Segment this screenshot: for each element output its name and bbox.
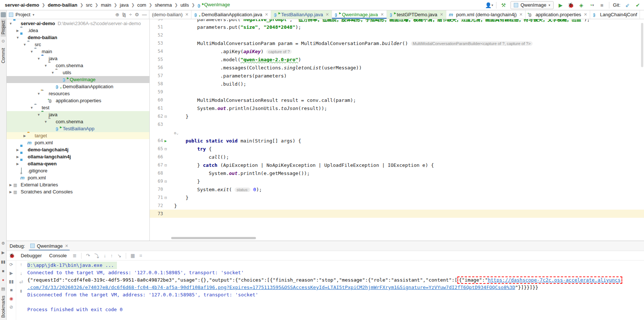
pause-icon[interactable]: ▮▮	[1, 259, 5, 264]
close-icon[interactable]: ✕	[440, 12, 443, 17]
tree-chevron-icon[interactable]: ▶	[8, 190, 13, 194]
tree-item[interactable]: ▼resources	[7, 90, 149, 97]
tree-chevron-icon[interactable]: ▶	[22, 134, 27, 138]
code-line[interactable]: 56 .messages(Collections.singletonList(u…	[150, 63, 644, 72]
layout-icon[interactable]: ≣	[73, 253, 77, 258]
tree-item[interactable]: ▼utils	[7, 69, 149, 76]
tree-item[interactable]: ▼server-ai-demoD:\bwie\2306A-s2\code\ser…	[7, 20, 149, 27]
view-breakpoints-icon[interactable]: ◉	[9, 296, 13, 301]
breadcrumb-item[interactable]: utils	[179, 2, 190, 8]
build-hammer-icon[interactable]: ⚒	[500, 2, 507, 8]
tree-item[interactable]: ▼test	[7, 104, 149, 111]
editor-tab[interactable]: CDemoBailianApplication.java✕	[191, 10, 271, 19]
tree-item[interactable]: ▼demo-bailian	[7, 34, 149, 41]
close-icon[interactable]: ✕	[265, 12, 268, 17]
tree-chevron-icon[interactable]: ▼	[29, 50, 34, 54]
fold-icon[interactable]: ⊟	[165, 163, 167, 168]
fold-icon[interactable]: ⊟	[165, 195, 167, 200]
code-line[interactable]: 65⊟ try {	[150, 145, 644, 153]
tree-item[interactable]: mpom.xml	[7, 139, 149, 146]
breadcrumb-item[interactable]: com	[136, 2, 148, 8]
tree-item[interactable]: ▶demo-langchain4j	[7, 146, 149, 153]
locate-file-icon[interactable]: ⊕	[115, 12, 119, 17]
down-stack-trace-icon[interactable]: ↓	[20, 271, 22, 276]
tree-chevron-icon[interactable]: ▼	[15, 36, 20, 39]
close-icon[interactable]: ✕	[326, 12, 329, 17]
code-line[interactable]: 52	[150, 31, 644, 39]
debug-button[interactable]: 🐞	[568, 2, 574, 8]
breadcrumb-item[interactable]: java	[119, 2, 130, 8]
close-icon[interactable]: ✕	[584, 12, 587, 17]
resume-icon[interactable]: ▶	[10, 271, 13, 276]
tree-item[interactable]: ⚙application.properties	[7, 97, 149, 104]
close-icon[interactable]: ✕	[65, 244, 68, 248]
breadcrumb-item[interactable]: demo-bailian	[46, 2, 78, 8]
code-line[interactable]: 64▶ public static void main(String[] arg…	[150, 137, 644, 145]
inlay-row[interactable]: ⚙⌄	[150, 128, 644, 137]
rail-tab-bookmarks[interactable]: Bookmarks	[1, 293, 6, 320]
code-line[interactable]: 55 .model("qwen-image-2.0-pro")	[150, 55, 644, 63]
tree-chevron-icon[interactable]: ▼	[8, 22, 13, 25]
code-line[interactable]: 66 call();	[150, 153, 644, 161]
rail-tab-project[interactable]: Project	[1, 18, 6, 37]
close-icon[interactable]: ✕	[519, 12, 523, 17]
code-line[interactable]: 63	[150, 120, 644, 128]
expand-collapse-icon[interactable]: ÷	[129, 12, 132, 17]
tree-chevron-icon[interactable]: ▼	[43, 120, 48, 124]
step-over-icon[interactable]: ⤵	[94, 252, 99, 259]
tree-item[interactable]: ▼com.shenma	[7, 118, 149, 125]
stop-square-icon[interactable]: ■	[2, 269, 4, 273]
collapse-all-icon[interactable]: ⧎	[122, 12, 126, 17]
tree-chevron-icon[interactable]: ▼	[36, 113, 41, 117]
rerun-icon[interactable]: ⟳	[9, 262, 13, 267]
editor-tab[interactable]: CTestBailianApp.java✕	[271, 10, 332, 19]
project-panel-title[interactable]: Project	[15, 12, 30, 17]
step-icons[interactable]: ▶	[1, 250, 4, 255]
tree-chevron-icon[interactable]: ▶	[15, 148, 20, 152]
run-to-cursor-icon[interactable]: ↘	[117, 253, 121, 258]
image-url-link[interactable]: .com/7d/33/20260326/e74037e8/dc6f6d68-fc…	[27, 285, 515, 290]
chevron-down-icon[interactable]: ▾	[32, 13, 34, 17]
code-line[interactable]: 51 parameters.put("size", "2048*2048");	[150, 23, 644, 31]
tree-chevron-icon[interactable]: ▶	[15, 155, 20, 159]
editor-tab[interactable]: CQwenImage.java✕	[332, 10, 387, 19]
debug-session-tab[interactable]: QwenImage ✕	[29, 241, 70, 251]
step-out-icon[interactable]: ↑	[110, 253, 113, 258]
stop-button[interactable]: ■	[599, 2, 605, 8]
code-line[interactable]: 60 MultiModalConversationResult result =…	[150, 96, 644, 104]
fold-icon[interactable]: ⊟	[165, 147, 167, 151]
tree-item[interactable]: ▼main	[7, 48, 149, 55]
editor-tab[interactable]: ⚙application.properties✕	[526, 10, 590, 19]
code-editor[interactable]: 50 parameters.put("negative_prompt", "低分…	[150, 19, 644, 241]
breadcrumb-item[interactable]: server-ai-demo	[4, 2, 40, 8]
tree-item[interactable]: mpom.xml	[7, 174, 149, 181]
tree-item[interactable]: ▼src	[7, 41, 149, 48]
clear-trash-icon[interactable]: ▤	[1, 286, 5, 291]
tree-chevron-icon[interactable]: ▼	[22, 43, 27, 47]
tree-item[interactable]: ▶▥External Libraries	[7, 181, 149, 188]
tree-chevron-icon[interactable]: ▼	[43, 64, 48, 68]
editor-tab[interactable]: mpom.xml (demo-langchain4j)✕	[446, 10, 526, 19]
breadcrumb-item[interactable]: main	[100, 2, 112, 8]
commit-icon[interactable]: ⊙	[1, 39, 5, 44]
image-url-link[interactable]: https://dashscope-7c2c.oss-accelerate.al…	[488, 277, 620, 283]
step-into-icon[interactable]: ↓	[104, 253, 106, 258]
console-output[interactable]: D:\app\jdk-17\bin\java.exe ...Connected …	[26, 261, 644, 320]
breadcrumb-item[interactable]: CQwenImage	[196, 2, 231, 8]
tree-item[interactable]: CTestBailianApp	[7, 125, 149, 132]
tree-chevron-icon[interactable]: ▶	[15, 162, 20, 166]
editor-vscrollbar[interactable]	[641, 23, 643, 67]
editor-hscrollbar[interactable]	[171, 237, 256, 239]
run-line-icon[interactable]: ▶	[165, 139, 167, 143]
tab-debugger[interactable]: Debugger	[19, 252, 43, 259]
editor-tab[interactable]: CtestGPTDemo.java✕	[387, 10, 446, 19]
rail-tab-commit[interactable]: Commit	[1, 46, 6, 65]
tree-item[interactable]: ▼java	[7, 55, 149, 62]
code-line[interactable]: 53 MultiModalConversationParam param = M…	[150, 39, 644, 47]
editor-tab[interactable]: (demo-bailian)✕	[149, 10, 191, 19]
code-line[interactable]: 59	[150, 88, 644, 96]
scroll-to-end-icon[interactable]: ⇟	[19, 289, 23, 294]
show-execution-point-icon[interactable]: ↷	[86, 253, 90, 258]
project-toolwindow-icon[interactable]	[1, 12, 6, 17]
tree-item[interactable]: ▶target	[7, 132, 149, 139]
